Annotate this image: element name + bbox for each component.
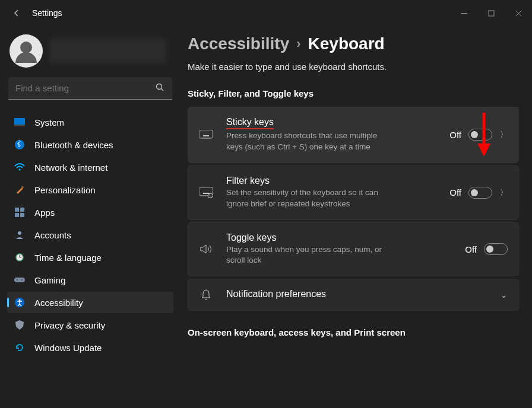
notification-title: Notification preferences	[226, 289, 486, 299]
breadcrumb: Accessibility › Keyboard	[188, 34, 519, 53]
filter-keys-toggle[interactable]	[468, 187, 492, 199]
toggle-keys-desc: Play a sound when you press caps, num, o…	[226, 244, 392, 267]
svg-point-2	[157, 84, 162, 90]
wifi-icon	[14, 162, 25, 173]
section-header-sticky: Sticky, Filter, and Toggle keys	[188, 88, 519, 98]
gaming-icon	[14, 275, 25, 285]
svg-rect-12	[20, 213, 24, 217]
svg-rect-4	[14, 118, 25, 125]
keyboard-filter-icon	[199, 187, 213, 198]
filter-keys-desc: Set the sensitivity of the keyboard so i…	[226, 187, 392, 210]
breadcrumb-current: Keyboard	[308, 34, 385, 53]
toggle-keys-title: Toggle keys	[226, 232, 452, 243]
sidebar-item-label: Windows Update	[34, 343, 102, 353]
svg-point-13	[18, 231, 21, 235]
svg-point-22	[19, 299, 21, 301]
apps-icon	[14, 207, 25, 218]
sidebar-item-label: Apps	[34, 208, 55, 218]
sidebar-item-personalization[interactable]: Personalization	[7, 179, 173, 200]
sidebar-item-label: Bluetooth & devices	[34, 140, 113, 150]
sidebar-item-bluetooth[interactable]: Bluetooth & devices	[7, 134, 173, 155]
user-name-redacted	[50, 39, 166, 63]
sidebar-item-network[interactable]: Network & internet	[7, 157, 173, 178]
svg-point-20	[21, 279, 23, 280]
sidebar-item-gaming[interactable]: Gaming	[7, 269, 173, 291]
sidebar-item-label: Accounts	[34, 230, 71, 240]
page-subtitle: Make it easier to type and use keyboard …	[188, 62, 519, 72]
close-button[interactable]	[505, 4, 532, 23]
filter-keys-title: Filter keys	[226, 176, 436, 186]
section-header-onscreen: On-screen keyboard, access keys, and Pri…	[188, 327, 519, 337]
sidebar-item-label: Time & language	[34, 253, 102, 263]
sticky-keys-title: Sticky keys	[226, 117, 274, 129]
maximize-button[interactable]	[477, 4, 505, 23]
sidebar-item-accounts[interactable]: Accounts	[7, 224, 173, 246]
sidebar-item-label: Network & internet	[34, 162, 107, 173]
sidebar-item-label: Personalization	[34, 185, 96, 195]
sidebar-item-label: Accessibility	[34, 298, 83, 308]
sidebar-item-label: Privacy & security	[34, 320, 105, 330]
system-icon	[14, 117, 25, 128]
sidebar-item-privacy[interactable]: Privacy & security	[7, 314, 173, 336]
sidebar-item-label: Gaming	[34, 275, 66, 285]
accounts-icon	[14, 230, 25, 240]
toggle-keys-state: Off	[465, 244, 477, 254]
toggle-keys-toggle[interactable]	[484, 243, 508, 255]
keyboard-icon	[199, 130, 213, 139]
svg-rect-10	[20, 208, 24, 212]
chevron-down-icon[interactable]: ⌄	[499, 291, 508, 299]
window-title: Settings	[32, 8, 62, 18]
svg-point-6	[15, 140, 24, 149]
avatar	[10, 34, 43, 68]
minimize-button[interactable]	[450, 4, 477, 23]
notification-preferences-card[interactable]: Notification preferences ⌄	[188, 279, 519, 311]
accessibility-icon	[14, 297, 25, 308]
chevron-right-icon[interactable]: 〉	[499, 187, 508, 198]
search-input[interactable]	[8, 77, 172, 100]
clock-icon	[14, 252, 25, 263]
chevron-right-icon[interactable]: 〉	[499, 129, 508, 140]
svg-rect-18	[14, 278, 25, 282]
bell-icon	[199, 289, 213, 301]
update-icon	[14, 342, 25, 353]
toggle-keys-card[interactable]: Toggle keys Play a sound when you press …	[188, 222, 519, 277]
sticky-keys-desc: Press keyboard shortcuts that use multip…	[226, 130, 392, 153]
sidebar-item-label: System	[34, 117, 64, 128]
sidebar-item-system[interactable]: System	[7, 111, 173, 133]
svg-rect-9	[15, 208, 19, 212]
sidebar-item-accessibility[interactable]: Accessibility	[7, 292, 173, 313]
user-profile[interactable]	[10, 34, 171, 68]
shield-icon	[14, 320, 25, 330]
sidebar-item-time[interactable]: Time & language	[7, 247, 173, 268]
search-icon	[156, 83, 164, 94]
speaker-icon	[199, 244, 213, 254]
svg-rect-1	[489, 11, 494, 16]
svg-rect-11	[15, 213, 19, 217]
sticky-keys-toggle[interactable]	[468, 129, 492, 141]
filter-keys-state: Off	[449, 187, 461, 197]
sidebar-item-apps[interactable]: Apps	[7, 202, 173, 223]
svg-line-3	[162, 89, 164, 91]
filter-keys-card[interactable]: Filter keys Set the sensitivity of the k…	[188, 165, 519, 220]
chevron-right-icon: ›	[296, 36, 300, 52]
svg-rect-23	[200, 130, 213, 138]
sidebar-item-update[interactable]: Windows Update	[7, 337, 173, 358]
svg-point-7	[19, 169, 21, 171]
sticky-keys-state: Off	[449, 130, 461, 140]
bluetooth-icon	[14, 139, 25, 150]
svg-rect-5	[14, 125, 25, 126]
back-button[interactable]	[12, 8, 21, 18]
sticky-keys-card[interactable]: Sticky keys Press keyboard shortcuts tha…	[188, 107, 519, 163]
breadcrumb-parent[interactable]: Accessibility	[188, 34, 289, 53]
svg-point-19	[17, 279, 18, 280]
paint-icon	[14, 184, 25, 195]
